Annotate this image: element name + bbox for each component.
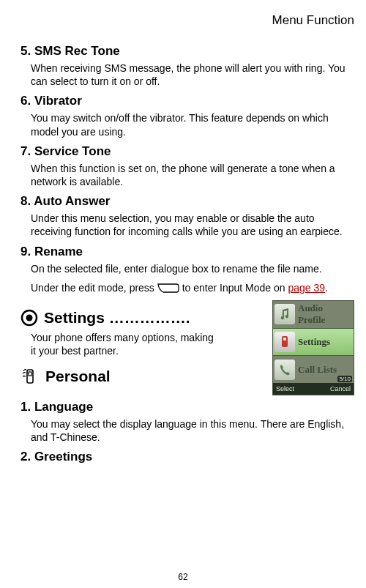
phone-icon: [274, 332, 295, 352]
rename-text-c: .: [325, 282, 328, 294]
heading-language: 1. Language: [20, 400, 354, 414]
heading-greetings: 2. Greetings: [20, 450, 354, 464]
softkey-left: Select: [276, 385, 294, 392]
heading-vibrator: 6. Vibrator: [20, 94, 354, 108]
personal-title: Personal: [45, 368, 111, 385]
body-vibrator: You may switch on/off the vibrator. This…: [31, 111, 354, 138]
svg-rect-3: [29, 372, 31, 376]
menu-counter: 5/10: [337, 376, 352, 382]
svg-point-1: [26, 314, 33, 321]
rename-text-a: Under the edit mode, press: [31, 282, 154, 294]
personal-section-heading: Personal: [20, 366, 266, 387]
heading-rename: 9. Rename: [20, 245, 354, 259]
rename-text-b: to enter Input Mode on: [182, 282, 288, 294]
heading-auto-answer: 8. Auto Answer: [20, 194, 354, 209]
menu-label-call-lists: Call Lists: [298, 364, 352, 376]
softkey-icon: [157, 283, 179, 294]
body-service-tone: When this function is set on, the phone …: [31, 162, 354, 188]
body-rename-1: On the selected file, enter dialogue box…: [31, 262, 354, 275]
settings-section-heading: Settings …………….: [20, 309, 266, 327]
body-language: You may select the display language in t…: [31, 417, 354, 444]
record-icon: [20, 309, 38, 327]
handset-small-icon: [274, 360, 295, 380]
page-number: 62: [0, 572, 366, 582]
menu-item-settings: Settings: [273, 328, 354, 357]
heading-service-tone: 7. Service Tone: [20, 144, 354, 159]
phone-screenshot: Audio Profile Settings Call Lists 5/10 S…: [272, 300, 354, 395]
menu-label-audio: Audio Profile: [298, 302, 352, 326]
menu-label-settings: Settings: [298, 336, 352, 348]
page-header: Menu Function: [20, 13, 354, 28]
body-rename-2: Under the edit mode, press to enter Inpu…: [31, 281, 354, 294]
softkey-right: Cancel: [330, 385, 351, 392]
body-auto-answer: Under this menu selection, you may enabl…: [31, 212, 354, 238]
settings-title: Settings …………….: [44, 309, 190, 327]
handset-icon: [20, 366, 40, 387]
music-note-icon: [274, 304, 295, 324]
svg-rect-5: [283, 338, 286, 340]
heading-sms-rec-tone: 5. SMS Rec Tone: [20, 44, 354, 59]
body-settings: Your phone offers many options, making i…: [31, 331, 221, 357]
menu-item-audio-profile: Audio Profile: [273, 301, 354, 328]
softkey-bar: Select Cancel: [273, 383, 354, 395]
body-sms-rec-tone: When receiving SMS message, the phone wi…: [31, 62, 354, 88]
page-39-link[interactable]: page 39: [288, 282, 325, 294]
